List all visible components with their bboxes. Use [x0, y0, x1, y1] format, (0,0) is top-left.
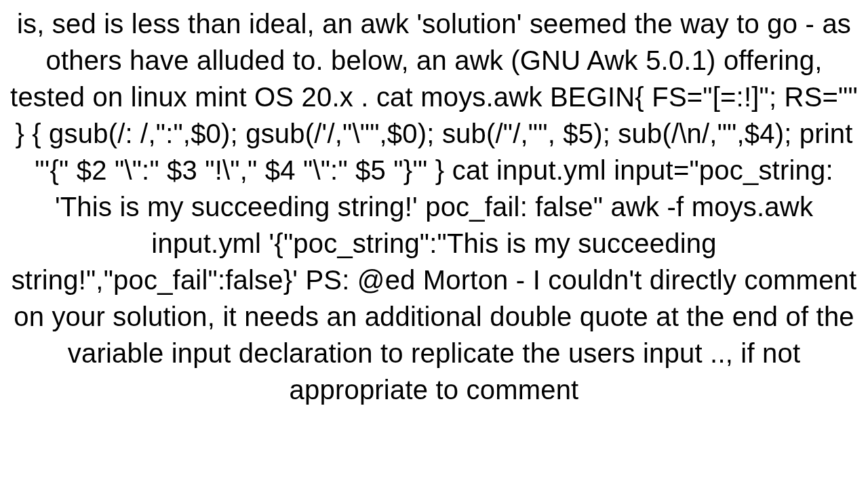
- document-body: is, sed is less than ideal, an awk 'solu…: [0, 0, 868, 413]
- body-text: is, sed is less than ideal, an awk 'solu…: [10, 9, 858, 405]
